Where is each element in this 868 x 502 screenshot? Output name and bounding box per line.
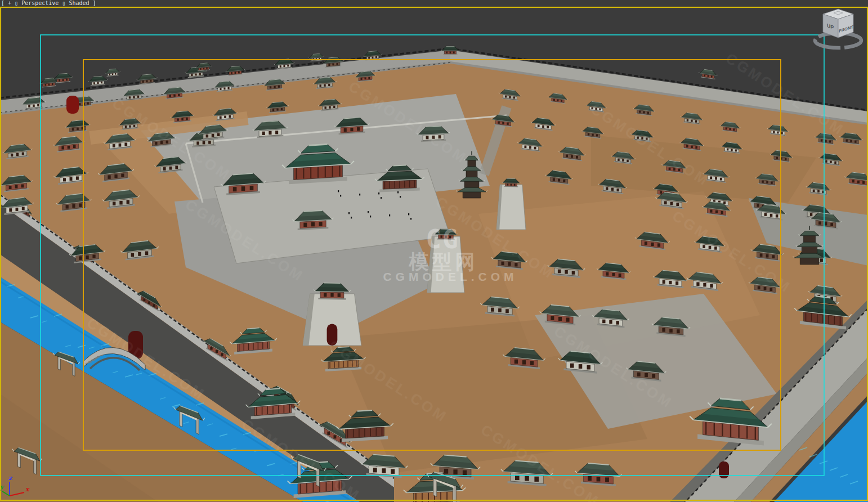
watermark-chinese-text: 模型网 (409, 250, 478, 273)
scene-canvas[interactable]: CGMODEL.COMCGMODEL.COMCGMODEL.COMCGMODEL… (0, 0, 868, 502)
viewport-3d: CGMODEL.COMCGMODEL.COMCGMODEL.COMCGMODEL… (0, 0, 868, 502)
viewport-label: [ + ▯ Perspective ▯ Shaded ] (1, 0, 96, 7)
watermark-logo: CG (426, 224, 459, 254)
viewport-menu-pov[interactable]: ▯ Perspective (15, 0, 62, 7)
viewport-menu-shading[interactable]: ▯ Shaded ] (62, 0, 96, 7)
watermark-url: CGMODEL.COM (383, 270, 517, 283)
viewport-menu-plus[interactable]: [ + (1, 0, 15, 7)
